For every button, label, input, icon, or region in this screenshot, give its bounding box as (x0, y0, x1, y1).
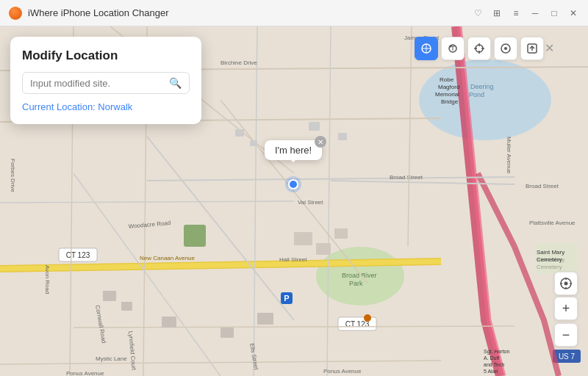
svg-text:5 Alan: 5 Alan (484, 369, 498, 374)
svg-rect-76 (334, 228, 348, 239)
svg-point-1 (419, 59, 551, 140)
close-icon[interactable]: ✕ (567, 7, 579, 19)
search-icon: 🔍 (169, 77, 182, 89)
svg-rect-75 (316, 243, 331, 255)
svg-text:Forbes Drive: Forbes Drive (10, 159, 16, 192)
search-input[interactable] (30, 78, 169, 89)
svg-text:Birchine Drive: Birchine Drive (220, 59, 257, 66)
svg-point-96 (564, 282, 568, 286)
svg-text:Val Street: Val Street (298, 199, 323, 206)
search-box[interactable]: 🔍 (22, 72, 190, 94)
svg-text:and Tech: and Tech (484, 362, 504, 367)
svg-text:Broad Street: Broad Street (390, 174, 423, 181)
location-pin (285, 176, 301, 192)
svg-text:Sgt. Horton: Sgt. Horton (484, 349, 510, 355)
location-panel: Modify Location 🔍 Current Location: Norw… (10, 37, 201, 124)
current-location-link[interactable]: Current Location: Norwalk (22, 101, 190, 112)
target-locate-button[interactable] (494, 37, 517, 60)
svg-text:CT 123: CT 123 (66, 251, 90, 259)
svg-text:Muller Avenue: Muller Avenue (506, 137, 512, 174)
svg-text:Robe: Robe (440, 76, 454, 83)
export-button[interactable] (520, 37, 544, 60)
svg-text:Ponus Avenue: Ponus Avenue (66, 370, 104, 376)
svg-rect-71 (162, 317, 176, 328)
svg-rect-72 (220, 328, 234, 338)
map-view-button[interactable] (415, 37, 438, 60)
panel-title: Modify Location (22, 48, 190, 63)
maximize-icon[interactable]: □ (548, 7, 560, 19)
map-close-x[interactable]: ✕ (545, 41, 554, 55)
svg-rect-7 (184, 225, 206, 247)
svg-text:Pond: Pond (469, 91, 484, 98)
zoom-out-button[interactable]: − (554, 323, 578, 347)
svg-text:Cemetery: Cemetery (537, 256, 562, 263)
svg-text:Magford: Magford (438, 84, 459, 90)
svg-point-64 (364, 314, 371, 322)
map-area[interactable]: Deering Pond Broad River Park CT 123 CT … (0, 26, 588, 376)
im-here-popup: ✕ I'm here! (265, 140, 322, 160)
title-bar: iWhere iPhone Location Changer ♡ ⊞ ≡ ─ □… (0, 0, 588, 26)
svg-text:Hall Street: Hall Street (279, 256, 307, 263)
satellite-button[interactable] (441, 37, 465, 60)
svg-rect-65 (235, 129, 244, 137)
svg-text:US 7: US 7 (559, 352, 576, 361)
svg-text:Broad Street: Broad Street (526, 183, 559, 189)
crosshair-button[interactable] (467, 37, 491, 60)
svg-rect-67 (309, 122, 320, 131)
svg-text:A. Duff: A. Duff (484, 355, 499, 361)
minimize-icon[interactable]: ─ (529, 7, 541, 19)
svg-text:Saint Mary: Saint Mary (537, 249, 564, 256)
heart-icon[interactable]: ♡ (472, 7, 484, 19)
app-icon (9, 7, 22, 20)
zoom-in-button[interactable]: + (554, 297, 578, 320)
svg-text:Park: Park (349, 280, 363, 287)
svg-text:Deering: Deering (470, 83, 494, 90)
svg-text:Avon Road: Avon Road (44, 265, 51, 294)
svg-text:Mystic Lane: Mystic Lane (96, 355, 127, 362)
svg-text:Ponus Avenue: Ponus Avenue (323, 368, 362, 375)
svg-text:Plattsville Avenue: Plattsville Avenue (529, 220, 576, 226)
svg-rect-70 (121, 302, 132, 311)
app-title: iWhere iPhone Location Changer (28, 7, 472, 18)
menu-icon[interactable]: ≡ (510, 7, 522, 19)
locate-me-button[interactable] (554, 272, 578, 295)
svg-rect-73 (257, 313, 273, 325)
im-here-text: I'm here! (275, 145, 312, 156)
svg-rect-66 (250, 140, 257, 146)
zoom-controls: + − (554, 297, 578, 347)
svg-text:New Canaan Avenue: New Canaan Avenue (140, 255, 196, 261)
svg-rect-74 (294, 232, 312, 245)
svg-text:Memorial: Memorial (435, 91, 459, 98)
svg-point-92 (504, 47, 507, 50)
svg-rect-68 (338, 133, 347, 140)
map-toolbar (415, 37, 544, 60)
svg-rect-69 (103, 291, 116, 301)
svg-text:P: P (284, 294, 289, 303)
grid-icon[interactable]: ⊞ (491, 7, 503, 19)
window-controls: ♡ ⊞ ≡ ─ □ ✕ (472, 7, 579, 19)
svg-text:Bridge: Bridge (441, 98, 459, 105)
